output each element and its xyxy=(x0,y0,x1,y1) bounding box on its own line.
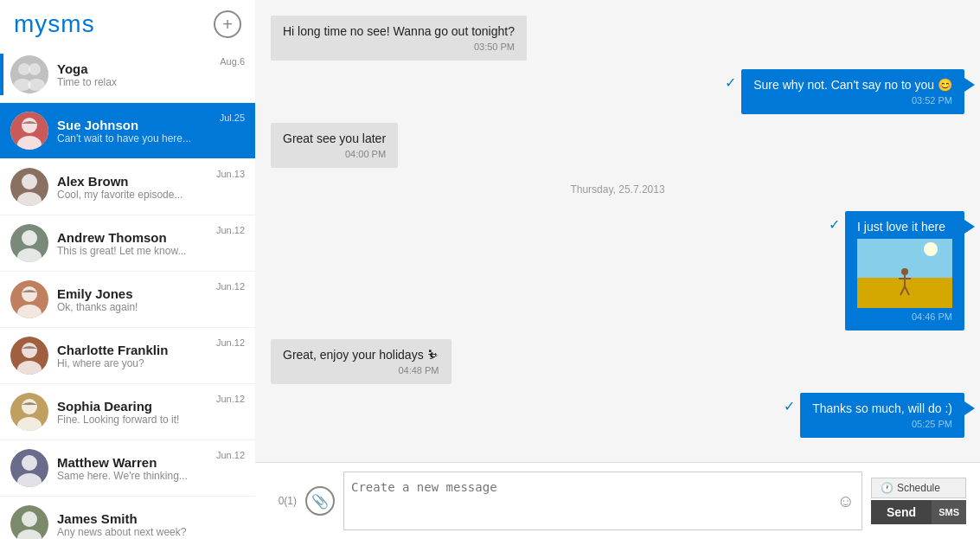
contact-info: James SmithAny news about next week? xyxy=(57,511,240,538)
contact-item-charlotte[interactable]: Charlotte FranklinHi, where are you?Jun.… xyxy=(0,328,255,384)
contact-preview: Hi, where are you? xyxy=(57,357,211,369)
svg-point-24 xyxy=(22,455,37,471)
contact-item-yoga[interactable]: YogaTime to relaxAug.6 xyxy=(0,47,255,103)
contact-preview: Ok, thanks again! xyxy=(57,301,211,313)
contact-name: Sophia Dearing xyxy=(57,399,211,414)
chat-area: Hi long time no see! Wanna go out tonigh… xyxy=(255,0,980,539)
bubble-tail xyxy=(964,78,975,92)
message-text: Thanks so much, will do :) xyxy=(812,401,952,415)
avatar xyxy=(10,337,48,375)
contact-info: Sophia DearingFine. Looking forward to i… xyxy=(57,399,211,426)
message-time: 05:25 PM xyxy=(812,419,952,429)
contact-indicator xyxy=(0,504,3,539)
check-icon: ✓ xyxy=(725,74,736,91)
svg-point-12 xyxy=(22,230,37,246)
message-text: Sure why not. Can't say no to you 😊 xyxy=(753,78,952,92)
contact-date: Jun.12 xyxy=(216,335,245,348)
contact-item-james[interactable]: James SmithAny news about next week? xyxy=(0,497,255,539)
contact-preview: Cool, my favorite episode... xyxy=(57,189,211,201)
avatar xyxy=(10,393,48,431)
message-text: I just love it here xyxy=(857,220,952,234)
right-buttons: 🕐 Schedule Send SMS xyxy=(871,478,966,524)
contact-preview: Fine. Looking forward to it! xyxy=(57,414,211,426)
avatar xyxy=(10,112,48,150)
svg-point-9 xyxy=(22,174,37,189)
contact-info: Alex BrownCool, my favorite episode... xyxy=(57,174,211,201)
svg-point-15 xyxy=(22,286,37,302)
message-input[interactable] xyxy=(351,475,837,527)
contact-name: Charlotte Franklin xyxy=(57,343,211,357)
check-icon: ✓ xyxy=(829,216,840,233)
svg-point-31 xyxy=(924,242,938,256)
message-row: Hi long time no see! Wanna go out tonigh… xyxy=(271,16,964,61)
bubble-tail xyxy=(964,220,975,234)
message-time: 04:00 PM xyxy=(283,149,386,159)
message-text: Great, enjoy your holidays ⛷ xyxy=(283,348,439,362)
sidebar: mysms + YogaTime to relaxAug.6 Sue Johns… xyxy=(0,0,255,539)
avatar xyxy=(10,168,48,206)
send-row: Send SMS xyxy=(871,500,966,524)
contact-preview: Any news about next week? xyxy=(57,526,240,538)
contact-date: Aug.6 xyxy=(220,54,245,67)
svg-point-4 xyxy=(28,79,45,91)
svg-point-27 xyxy=(22,511,37,527)
bubble-outgoing: Thanks so much, will do :)05:25 PM xyxy=(800,393,964,438)
contact-item-andrew[interactable]: Andrew ThomsonThis is great! Let me know… xyxy=(0,215,255,272)
message-row: Great see you later04:00 PM xyxy=(271,123,964,168)
contact-info: Andrew ThomsonThis is great! Let me know… xyxy=(57,230,211,257)
contact-preview: Can't wait to have you here... xyxy=(57,132,215,144)
avatar xyxy=(10,505,48,539)
bubble-outgoing: I just love it here 04:46 PM xyxy=(845,211,964,330)
contact-name: Emily Jones xyxy=(57,286,211,301)
message-text: Great see you later xyxy=(283,132,386,145)
sms-button[interactable]: SMS xyxy=(932,500,966,524)
contact-item-sue[interactable]: Sue JohnsonCan't wait to have you here..… xyxy=(0,103,255,159)
contact-item-sophia[interactable]: Sophia DearingFine. Looking forward to i… xyxy=(0,384,255,440)
contact-date: Jul.25 xyxy=(220,110,245,123)
contact-date: Jun.12 xyxy=(216,447,245,460)
message-time: 03:52 PM xyxy=(753,95,952,106)
svg-point-1 xyxy=(18,63,30,75)
contact-date: Jun.13 xyxy=(216,166,245,179)
bubble-outgoing: Sure why not. Can't say no to you 😊03:52… xyxy=(741,69,964,114)
contact-info: YogaTime to relax xyxy=(57,61,215,88)
contact-preview: Time to relax xyxy=(57,76,215,88)
sidebar-header: mysms + xyxy=(0,0,255,47)
attach-button[interactable]: 📎 xyxy=(305,486,335,516)
message-time: 04:46 PM xyxy=(857,311,952,322)
contact-info: Emily JonesOk, thanks again! xyxy=(57,286,211,313)
schedule-button[interactable]: 🕐 Schedule xyxy=(871,478,966,498)
contact-indicator xyxy=(0,391,3,433)
svg-point-32 xyxy=(901,268,908,275)
contact-list: YogaTime to relaxAug.6 Sue JohnsonCan't … xyxy=(0,47,255,539)
day-separator: Thursday, 25.7.2013 xyxy=(271,183,964,196)
contact-indicator xyxy=(0,222,3,264)
contact-indicator xyxy=(0,447,3,489)
contact-info: Sue JohnsonCan't wait to have you here..… xyxy=(57,118,215,144)
message-row: ✓Sure why not. Can't say no to you 😊03:5… xyxy=(271,69,964,114)
contact-preview: Same here. We're thinking... xyxy=(57,470,211,482)
contact-item-alex[interactable]: Alex BrownCool, my favorite episode...Ju… xyxy=(0,159,255,215)
message-image xyxy=(857,239,952,308)
contact-name: Sue Johnson xyxy=(57,118,215,132)
contact-indicator xyxy=(0,279,3,320)
char-count: 0(1) xyxy=(269,495,297,507)
message-row: ✓Thanks so much, will do :)05:25 PM xyxy=(271,393,964,438)
bubble-incoming: Hi long time no see! Wanna go out tonigh… xyxy=(271,16,527,61)
contact-item-emily[interactable]: Emily JonesOk, thanks again!Jun.12 xyxy=(0,272,255,328)
contact-info: Matthew WarrenSame here. We're thinking.… xyxy=(57,455,211,482)
avatar xyxy=(10,224,48,262)
add-contact-button[interactable]: + xyxy=(214,10,241,38)
message-time: 04:48 PM xyxy=(283,365,439,375)
contact-item-matthew[interactable]: Matthew WarrenSame here. We're thinking.… xyxy=(0,440,255,497)
emoji-button[interactable]: ☺ xyxy=(837,491,855,511)
contact-preview: This is great! Let me know... xyxy=(57,245,211,257)
svg-point-18 xyxy=(22,343,37,358)
check-icon: ✓ xyxy=(784,398,795,414)
send-button[interactable]: Send xyxy=(871,500,932,524)
message-input-wrapper: ☺ xyxy=(343,472,862,530)
contact-indicator xyxy=(0,54,3,95)
contact-name: Andrew Thomson xyxy=(57,230,211,245)
bubble-incoming: Great, enjoy your holidays ⛷04:48 PM xyxy=(271,339,452,384)
svg-point-21 xyxy=(22,399,37,414)
